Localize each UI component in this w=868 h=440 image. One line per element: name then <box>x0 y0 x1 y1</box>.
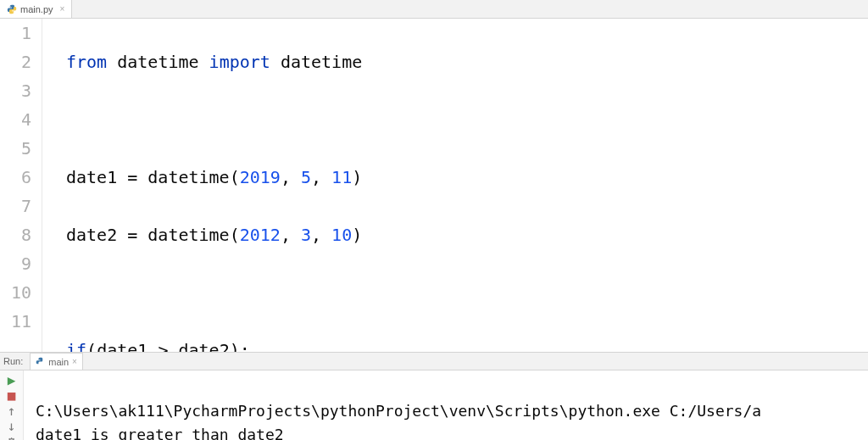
line-number: 7 <box>0 192 31 220</box>
code-line <box>66 105 868 134</box>
line-number: 11 <box>0 307 31 336</box>
run-tool-window-header: Run: main × <box>0 352 868 370</box>
rerun-icon[interactable]: ▶ <box>6 374 18 386</box>
settings-icon[interactable]: ⚙ <box>6 435 18 440</box>
code-line: if(date1 > date2): <box>66 336 868 352</box>
console-output[interactable]: C:\Users\ak111\PycharmProjects\pythonPro… <box>24 370 868 440</box>
line-number: 1 <box>0 19 31 47</box>
console-stdout: date1 is greater than date2 <box>36 426 284 440</box>
down-icon[interactable]: ↓ <box>6 420 18 432</box>
run-tool-window: ▶ ■ ↑ ↓ ⚙ C:\Users\ak111\PycharmProjects… <box>0 370 868 440</box>
code-editor[interactable]: 1 2 3 4 5 6 7 8 9 10 11 from datetime im… <box>0 19 868 352</box>
line-number: 3 <box>0 76 31 105</box>
line-number-gutter: 1 2 3 4 5 6 7 8 9 10 11 <box>0 19 42 352</box>
code-line: date2 = datetime(2012, 3, 10) <box>66 220 868 249</box>
run-tab-label: main <box>48 357 69 367</box>
code-content[interactable]: from datetime import datetime date1 = da… <box>42 19 868 352</box>
editor-tab-main[interactable]: main.py × <box>0 0 72 18</box>
console-command: C:\Users\ak111\PycharmProjects\pythonPro… <box>36 402 761 420</box>
up-icon[interactable]: ↑ <box>6 404 18 416</box>
run-toolbar: ▶ ■ ↑ ↓ ⚙ <box>0 370 24 440</box>
line-number: 9 <box>0 249 31 278</box>
code-line: from datetime import datetime <box>66 47 868 76</box>
close-icon[interactable]: × <box>72 357 77 366</box>
line-number: 10 <box>0 278 31 307</box>
line-number: 4 <box>0 105 31 134</box>
stop-icon[interactable]: ■ <box>6 389 18 401</box>
run-tab-main[interactable]: main × <box>30 353 83 370</box>
python-file-icon <box>36 357 45 366</box>
python-file-icon <box>7 4 17 14</box>
run-label: Run: <box>3 356 23 366</box>
code-line <box>66 278 868 307</box>
editor-tab-bar: main.py × <box>0 0 868 19</box>
line-number: 8 <box>0 220 31 249</box>
line-number: 6 <box>0 163 31 192</box>
code-line: date1 = datetime(2019, 5, 11) <box>66 163 868 192</box>
close-icon[interactable]: × <box>60 4 65 14</box>
line-number: 5 <box>0 134 31 163</box>
editor-tab-label: main.py <box>20 4 53 14</box>
line-number: 2 <box>0 47 31 76</box>
